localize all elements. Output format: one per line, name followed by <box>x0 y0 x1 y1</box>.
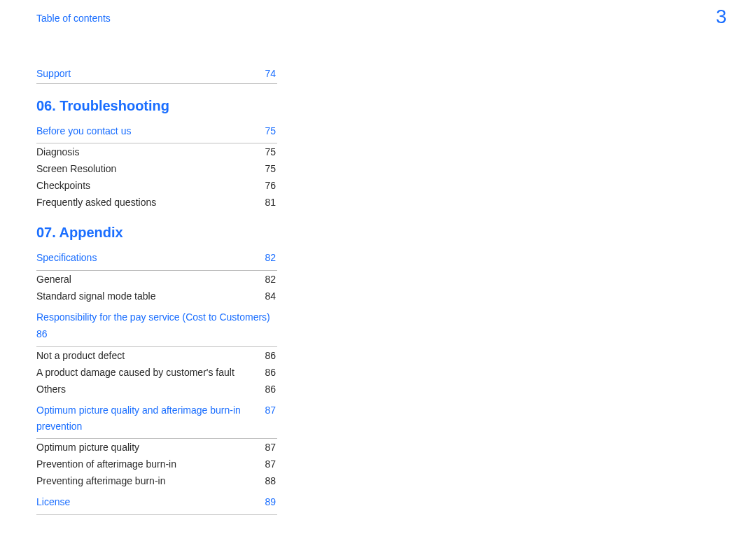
toc-item-page: 75 <box>265 163 277 174</box>
toc-item-title: Preventing afterimage burn-in <box>36 475 265 486</box>
toc-section-header[interactable]: Optimum picture quality and afterimage b… <box>36 400 277 439</box>
toc-section-title: Specifications <box>36 250 265 265</box>
toc-section-header[interactable]: License89 <box>36 492 277 514</box>
toc-section-title: Before you contact us <box>36 123 265 139</box>
toc-section-title: Responsibility for the pay service (Cost… <box>36 311 270 323</box>
toc-item-title: Standard signal mode table <box>36 290 265 302</box>
toc-item-row[interactable]: Not a product defect86 <box>36 347 277 364</box>
toc-item-title: Frequently asked questions <box>36 197 265 208</box>
toc-section-page: 86 <box>36 328 48 339</box>
toc-item-page: 86 <box>265 367 277 378</box>
toc-item-title: Others <box>36 384 265 395</box>
toc-item-page: 86 <box>265 350 277 361</box>
toc-item-row[interactable]: Others86 <box>36 381 277 398</box>
toc-section-group: License89 <box>36 492 277 514</box>
toc-item-title: Diagnosis <box>36 146 265 157</box>
toc-item-page: 87 <box>265 442 277 453</box>
toc-section-page: 87 <box>265 405 277 416</box>
toc-section-group: Specifications82General82Standard signal… <box>36 248 277 304</box>
toc-section-title: License <box>36 494 265 510</box>
toc-item-title: General <box>36 274 265 285</box>
toc-section-header[interactable]: Before you contact us75 <box>36 121 277 143</box>
toc-item-row[interactable]: General82 <box>36 271 277 288</box>
toc-section-header[interactable]: Responsibility for the pay service (Cost… <box>36 307 277 348</box>
page-header-title: Table of contents <box>36 13 756 24</box>
chapter-heading: 07. Appendix <box>36 225 277 241</box>
toc-section-title: Support <box>36 68 71 79</box>
toc-item-page: 76 <box>265 180 277 191</box>
toc-item-row[interactable]: Frequently asked questions81 <box>36 194 277 211</box>
toc-column: Support 74 06. TroubleshootingBefore you… <box>36 66 277 515</box>
toc-section-page: 82 <box>265 252 277 263</box>
toc-section-group: Optimum picture quality and afterimage b… <box>36 400 277 489</box>
toc-item-title: Prevention of afterimage burn-in <box>36 458 265 470</box>
toc-item-title: Optimum picture quality <box>36 442 265 453</box>
toc-section-group: Responsibility for the pay service (Cost… <box>36 307 277 398</box>
toc-section-page: 75 <box>265 125 277 136</box>
toc-item-row[interactable]: Screen Resolution75 <box>36 160 277 177</box>
page-number: 3 <box>715 6 727 28</box>
toc-item-page: 87 <box>265 458 277 470</box>
toc-item-title: Not a product defect <box>36 350 265 361</box>
toc-item-row[interactable]: Prevention of afterimage burn-in87 <box>36 456 277 472</box>
toc-item-title: Checkpoints <box>36 180 265 191</box>
toc-item-row[interactable]: Optimum picture quality87 <box>36 439 277 456</box>
toc-section-title: Optimum picture quality and afterimage b… <box>36 402 265 434</box>
toc-item-row[interactable]: Standard signal mode table84 <box>36 288 277 304</box>
toc-item-page: 82 <box>265 274 277 285</box>
toc-section-page: 89 <box>265 496 277 507</box>
toc-section-group: Before you contact us75Diagnosis75Screen… <box>36 121 277 211</box>
toc-section-support[interactable]: Support 74 <box>36 66 277 84</box>
toc-item-row[interactable]: Preventing afterimage burn-in88 <box>36 472 277 489</box>
toc-item-page: 81 <box>265 197 277 208</box>
toc-item-row[interactable]: A product damage caused by customer's fa… <box>36 364 277 381</box>
toc-section-header[interactable]: Specifications82 <box>36 248 277 270</box>
toc-item-page: 88 <box>265 475 277 486</box>
toc-item-row[interactable]: Checkpoints76 <box>36 177 277 194</box>
chapter-heading: 06. Troubleshooting <box>36 98 277 114</box>
toc-item-title: Screen Resolution <box>36 163 265 174</box>
toc-item-page: 86 <box>265 384 277 395</box>
toc-item-page: 75 <box>265 146 277 157</box>
toc-item-title: A product damage caused by customer's fa… <box>36 367 265 378</box>
toc-item-page: 84 <box>265 290 277 302</box>
toc-item-row[interactable]: Diagnosis75 <box>36 143 277 160</box>
toc-section-page: 74 <box>265 68 277 79</box>
